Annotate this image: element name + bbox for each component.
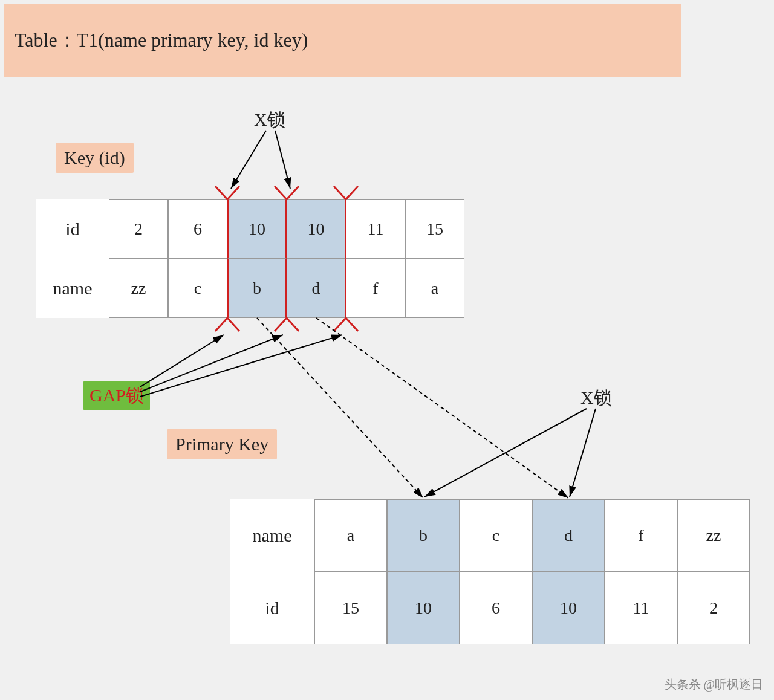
table-cell: 10 bbox=[227, 199, 287, 259]
table-cell: 2 bbox=[109, 199, 168, 259]
watermark: 头条杀 @听枫逐日 bbox=[665, 676, 763, 693]
x-lock-bottom-annotation: X锁 bbox=[580, 386, 612, 410]
gap-arrow-3 bbox=[140, 335, 342, 397]
link-b bbox=[257, 318, 423, 498]
xlock-b-arrow-2 bbox=[570, 409, 596, 497]
table-cell: 11 bbox=[605, 572, 677, 644]
row-label-id: id bbox=[36, 199, 109, 259]
primary-key-table: nameabcdfzzid1510610112 bbox=[230, 499, 750, 644]
gap-arrow-1 bbox=[140, 335, 224, 387]
watermark-text: 头条杀 @听枫逐日 bbox=[665, 678, 763, 691]
table-cell: 15 bbox=[314, 572, 387, 644]
xlock-b-arrow-1 bbox=[424, 409, 587, 497]
table-cell: d bbox=[287, 259, 346, 318]
table-cell: c bbox=[168, 259, 227, 318]
row-label-name: name bbox=[36, 259, 109, 318]
table-cell: 2 bbox=[677, 572, 750, 644]
table-cell: 10 bbox=[287, 199, 346, 259]
row-label-id: id bbox=[230, 572, 314, 644]
secondary-index-table: id2610101115namezzcbdfa bbox=[36, 199, 464, 318]
link-d bbox=[316, 318, 568, 498]
table-cell: d bbox=[532, 499, 605, 572]
x-lock-bottom-text: X锁 bbox=[580, 387, 612, 407]
table-cell: 6 bbox=[460, 572, 532, 644]
row-label-name: name bbox=[230, 499, 314, 572]
header-text: Table：T1(name primary key, id key) bbox=[15, 27, 308, 54]
table-cell: c bbox=[460, 499, 532, 572]
primary-key-label-text: Primary Key bbox=[175, 434, 268, 454]
x-lock-top-annotation: X锁 bbox=[254, 108, 285, 132]
primary-key-label: Primary Key bbox=[167, 429, 277, 459]
table-cell: 10 bbox=[387, 572, 460, 644]
xlock-arrow-1 bbox=[231, 131, 266, 189]
key-id-label-text: Key (id) bbox=[64, 147, 125, 167]
table-cell: a bbox=[405, 259, 464, 318]
table-cell: f bbox=[346, 259, 405, 318]
caret-top-1 bbox=[215, 186, 239, 199]
table-cell: a bbox=[314, 499, 387, 572]
table-cell: 11 bbox=[346, 199, 405, 259]
caret-bot-1 bbox=[215, 318, 239, 331]
table-cell: zz bbox=[677, 499, 750, 572]
xlock-arrow-2 bbox=[275, 131, 290, 189]
caret-top-3 bbox=[334, 186, 358, 199]
gap-lock-label: GAP锁 bbox=[83, 381, 150, 410]
caret-bot-2 bbox=[275, 318, 299, 331]
key-id-label: Key (id) bbox=[56, 143, 134, 173]
x-lock-top-text: X锁 bbox=[254, 109, 285, 129]
table-cell: b bbox=[387, 499, 460, 572]
table-cell: 10 bbox=[532, 572, 605, 644]
table-cell: zz bbox=[109, 259, 168, 318]
table-cell: f bbox=[605, 499, 677, 572]
table-cell: 6 bbox=[168, 199, 227, 259]
table-cell: 15 bbox=[405, 199, 464, 259]
table-definition-header: Table：T1(name primary key, id key) bbox=[4, 4, 681, 77]
table-cell: b bbox=[227, 259, 287, 318]
caret-bot-3 bbox=[334, 318, 358, 331]
gap-lock-text: GAP锁 bbox=[89, 385, 144, 405]
gap-arrow-2 bbox=[140, 335, 283, 392]
caret-top-2 bbox=[275, 186, 299, 199]
